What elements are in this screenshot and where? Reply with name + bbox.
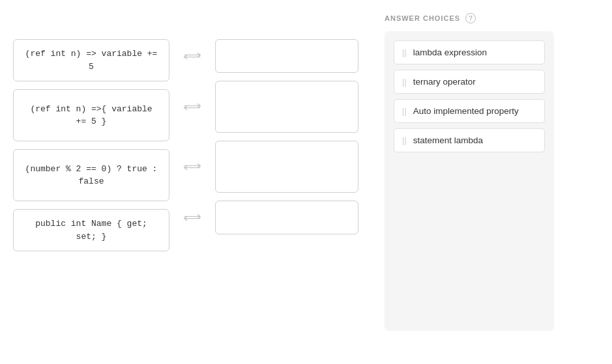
answer-choices-label: ANSWER CHOICES (385, 14, 460, 22)
answer-choice-label-1: lambda expression (413, 48, 487, 57)
drag-handle-1: || (402, 48, 407, 57)
arrow-icon-2 (183, 81, 201, 133)
arrow-icon-1 (183, 39, 201, 73)
help-icon[interactable]: ? (465, 13, 476, 23)
drop-zone-4[interactable] (215, 201, 358, 234)
answer-choices-header: ANSWER CHOICES ? (385, 13, 554, 23)
arrows-column (169, 13, 215, 331)
answer-choice-4[interactable]: || statement lambda (394, 128, 545, 152)
answer-choice-1[interactable]: || lambda expression (394, 40, 545, 64)
answer-choice-2[interactable]: || ternary operator (394, 70, 545, 94)
code-item-3: (number % 2 == 0) ? true : false (13, 149, 169, 201)
answer-choice-3[interactable]: || Auto implemented property (394, 99, 545, 123)
answer-choice-label-3: Auto implemented property (413, 106, 519, 116)
drop-zone-1[interactable] (215, 39, 358, 73)
main-container: (ref int n) => variable += 5 (ref int n)… (13, 13, 599, 331)
drop-zone-3[interactable] (215, 141, 358, 193)
drag-handle-4: || (402, 135, 407, 145)
right-panel: ANSWER CHOICES ? || lambda expression ||… (385, 13, 554, 331)
left-panel: (ref int n) => variable += 5 (ref int n)… (13, 13, 169, 331)
answer-choice-label-2: ternary operator (413, 77, 476, 87)
drag-handle-3: || (402, 106, 407, 116)
arrow-icon-4 (183, 201, 201, 234)
code-item-1: (ref int n) => variable += 5 (13, 39, 169, 81)
drop-zones-column (215, 13, 358, 331)
arrow-icon-3 (183, 141, 201, 193)
code-item-2: (ref int n) =>{ variable += 5 } (13, 89, 169, 141)
drag-handle-2: || (402, 77, 407, 87)
code-item-4: public int Name { get; set; } (13, 209, 169, 251)
answer-choice-label-4: statement lambda (413, 135, 483, 145)
drop-zone-2[interactable] (215, 81, 358, 133)
answer-choices-panel: || lambda expression || ternary operator… (385, 31, 554, 331)
